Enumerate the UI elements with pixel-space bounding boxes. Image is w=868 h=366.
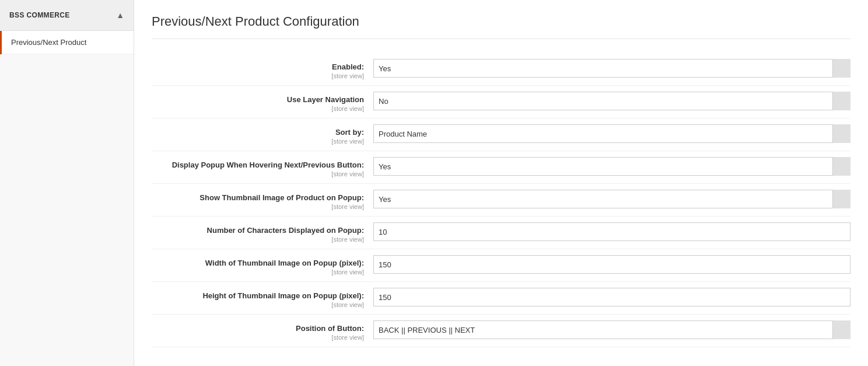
config-label-text-enabled: Enabled: bbox=[152, 62, 364, 71]
config-value-cell-enabled: YesNo▼ bbox=[373, 59, 850, 78]
config-label-text-display_popup: Display Popup When Hovering Next/Previou… bbox=[152, 161, 364, 169]
config-value-cell-height_thumbnail bbox=[373, 288, 850, 306]
config-label-text-use_layer_navigation: Use Layer Navigation bbox=[152, 95, 364, 104]
select-wrapper-position_button: BACK || PREVIOUS || NEXTPREVIOUS || NEXT… bbox=[373, 320, 850, 339]
config-scope-width_thumbnail: [store view] bbox=[152, 269, 364, 276]
config-row-display_popup: Display Popup When Hovering Next/Previou… bbox=[152, 151, 850, 184]
sidebar-collapse-icon[interactable]: ▲ bbox=[116, 11, 124, 20]
config-scope-sort_by: [store view] bbox=[152, 138, 364, 145]
page-title: Previous/Next Product Configuration bbox=[152, 14, 850, 39]
main-content: Previous/Next Product Configuration Enab… bbox=[134, 0, 868, 366]
select-position_button[interactable]: BACK || PREVIOUS || NEXTPREVIOUS || NEXT… bbox=[373, 320, 850, 339]
config-label-text-show_thumbnail: Show Thumbnail Image of Product on Popup… bbox=[152, 193, 364, 202]
select-wrapper-enabled: YesNo▼ bbox=[373, 59, 850, 78]
config-row-height_thumbnail: Height of Thumbnail Image on Popup (pixe… bbox=[152, 282, 850, 315]
sidebar-item-prev-next[interactable]: Previous/Next Product bbox=[2, 31, 134, 54]
select-use_layer_navigation[interactable]: YesNo bbox=[373, 92, 850, 110]
config-value-cell-show_thumbnail: YesNo▼ bbox=[373, 190, 850, 208]
config-label-text-sort_by: Sort by: bbox=[152, 128, 364, 137]
config-label-cell-num_chars: Number of Characters Displayed on Popup:… bbox=[152, 222, 373, 243]
sidebar: BSS COMMERCE ▲ Previous/Next Product bbox=[0, 0, 134, 366]
config-label-cell-display_popup: Display Popup When Hovering Next/Previou… bbox=[152, 157, 373, 177]
config-row-enabled: Enabled:[store view]YesNo▼ bbox=[152, 53, 850, 86]
config-scope-num_chars: [store view] bbox=[152, 236, 364, 243]
config-row-sort_by: Sort by:[store view]Product NamePriceSKU… bbox=[152, 118, 850, 151]
select-enabled[interactable]: YesNo bbox=[373, 59, 850, 78]
config-scope-display_popup: [store view] bbox=[152, 170, 364, 177]
sidebar-menu: Previous/Next Product bbox=[0, 31, 134, 54]
config-scope-enabled: [store view] bbox=[152, 72, 364, 79]
config-label-text-position_button: Position of Button: bbox=[152, 324, 364, 333]
config-value-cell-use_layer_navigation: YesNo▼ bbox=[373, 92, 850, 110]
config-scope-use_layer_navigation: [store view] bbox=[152, 105, 364, 112]
sidebar-header[interactable]: BSS COMMERCE ▲ bbox=[0, 0, 134, 31]
select-wrapper-sort_by: Product NamePriceSKU▼ bbox=[373, 124, 850, 143]
input-width_thumbnail[interactable] bbox=[373, 255, 850, 274]
config-label-cell-enabled: Enabled:[store view] bbox=[152, 59, 373, 79]
sidebar-brand-title: BSS COMMERCE bbox=[9, 11, 70, 19]
config-row-show_thumbnail: Show Thumbnail Image of Product on Popup… bbox=[152, 184, 850, 217]
config-scope-position_button: [store view] bbox=[152, 334, 364, 341]
input-num_chars[interactable] bbox=[373, 222, 850, 241]
config-row-position_button: Position of Button:[store view]BACK || P… bbox=[152, 315, 850, 347]
select-wrapper-display_popup: YesNo▼ bbox=[373, 157, 850, 176]
config-value-cell-num_chars bbox=[373, 222, 850, 241]
select-wrapper-use_layer_navigation: YesNo▼ bbox=[373, 92, 850, 110]
config-row-num_chars: Number of Characters Displayed on Popup:… bbox=[152, 217, 850, 249]
config-label-text-height_thumbnail: Height of Thumbnail Image on Popup (pixe… bbox=[152, 291, 364, 300]
select-display_popup[interactable]: YesNo bbox=[373, 157, 850, 176]
config-scope-show_thumbnail: [store view] bbox=[152, 203, 364, 210]
config-label-cell-use_layer_navigation: Use Layer Navigation[store view] bbox=[152, 92, 373, 112]
config-value-cell-display_popup: YesNo▼ bbox=[373, 157, 850, 176]
config-label-cell-position_button: Position of Button:[store view] bbox=[152, 320, 373, 341]
config-label-cell-height_thumbnail: Height of Thumbnail Image on Popup (pixe… bbox=[152, 288, 373, 308]
select-sort_by[interactable]: Product NamePriceSKU bbox=[373, 124, 850, 143]
config-label-cell-show_thumbnail: Show Thumbnail Image of Product on Popup… bbox=[152, 190, 373, 210]
input-height_thumbnail[interactable] bbox=[373, 288, 850, 306]
config-value-cell-position_button: BACK || PREVIOUS || NEXTPREVIOUS || NEXT… bbox=[373, 320, 850, 339]
config-label-cell-sort_by: Sort by:[store view] bbox=[152, 124, 373, 145]
config-label-text-width_thumbnail: Width of Thumbnail Image on Popup (pixel… bbox=[152, 259, 364, 267]
config-value-cell-width_thumbnail bbox=[373, 255, 850, 274]
config-row-width_thumbnail: Width of Thumbnail Image on Popup (pixel… bbox=[152, 249, 850, 282]
config-label-cell-width_thumbnail: Width of Thumbnail Image on Popup (pixel… bbox=[152, 255, 373, 276]
select-show_thumbnail[interactable]: YesNo bbox=[373, 190, 850, 208]
config-row-use_layer_navigation: Use Layer Navigation[store view]YesNo▼ bbox=[152, 86, 850, 118]
config-table: Enabled:[store view]YesNo▼Use Layer Navi… bbox=[152, 53, 850, 347]
config-value-cell-sort_by: Product NamePriceSKU▼ bbox=[373, 124, 850, 143]
config-scope-height_thumbnail: [store view] bbox=[152, 301, 364, 308]
select-wrapper-show_thumbnail: YesNo▼ bbox=[373, 190, 850, 208]
config-label-text-num_chars: Number of Characters Displayed on Popup: bbox=[152, 226, 364, 235]
